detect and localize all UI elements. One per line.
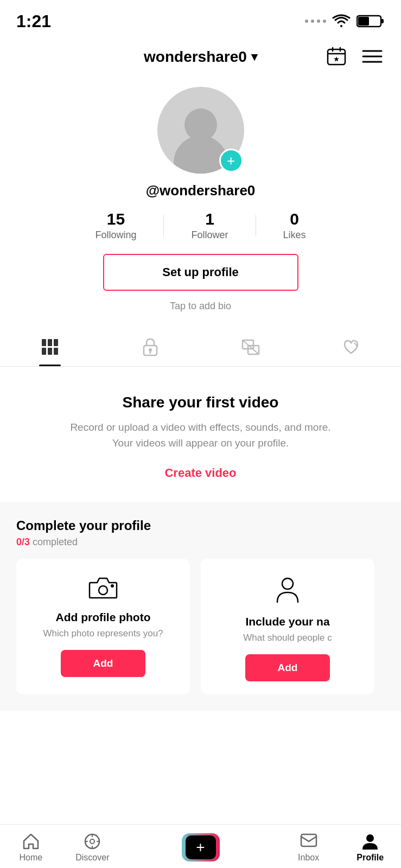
status-bar: 1:21: [0, 0, 401, 38]
nav-home[interactable]: Home: [4, 832, 58, 863]
likes-count: 0: [290, 210, 299, 228]
add-photo-card-title: Add profile photo: [56, 611, 151, 624]
svg-rect-27: [301, 834, 316, 846]
lock-icon: [142, 338, 159, 356]
svg-point-28: [366, 834, 374, 842]
svg-rect-13: [42, 348, 46, 355]
home-icon: [22, 832, 40, 851]
profile-nav-icon: [361, 832, 379, 851]
camera-icon: [88, 575, 118, 602]
share-section: Share your first video Record or upload …: [0, 367, 401, 502]
home-label: Home: [19, 853, 42, 863]
repost-icon: [241, 338, 260, 356]
nav-profile[interactable]: Profile: [343, 832, 397, 863]
nav-inbox[interactable]: Inbox: [282, 832, 336, 863]
create-video-button[interactable]: Create video: [164, 466, 236, 480]
add-avatar-button[interactable]: +: [219, 149, 243, 173]
wifi-icon: [332, 14, 351, 28]
complete-progress: 0/3 completed: [16, 537, 385, 548]
svg-rect-12: [54, 339, 58, 346]
nav-create[interactable]: +: [127, 833, 274, 861]
add-name-button[interactable]: Add: [245, 654, 330, 681]
tab-liked[interactable]: [301, 328, 401, 366]
following-label: Following: [95, 229, 136, 241]
svg-point-22: [99, 586, 107, 595]
add-name-card: Include your na What should people c Add: [201, 559, 374, 694]
tab-repost[interactable]: [201, 328, 301, 366]
share-title: Share your first video: [123, 394, 279, 411]
svg-rect-14: [48, 348, 52, 355]
share-description: Record or upload a video with effects, s…: [65, 420, 336, 451]
nav-discover[interactable]: Discover: [65, 832, 119, 863]
tab-locked[interactable]: [100, 328, 201, 366]
bio-hint[interactable]: Tap to add bio: [170, 301, 231, 312]
profile-section: + @wondershare0 15 Following 1 Follower …: [0, 76, 401, 328]
bottom-nav: Home Discover + Inbox Profile: [0, 824, 401, 868]
follower-stat[interactable]: 1 Follower: [164, 210, 255, 241]
grid-icon: [41, 338, 59, 356]
username-title: wondershare0: [144, 48, 247, 66]
add-photo-card-desc: Which photo represents you?: [43, 628, 163, 639]
profile-label: Profile: [357, 853, 384, 863]
svg-point-23: [111, 584, 114, 588]
calendar-star-icon: [326, 46, 347, 67]
setup-profile-button[interactable]: Set up profile: [103, 254, 298, 291]
tab-videos[interactable]: [0, 328, 100, 366]
person-icon: [275, 575, 300, 607]
add-name-card-title: Include your na: [245, 615, 329, 628]
svg-rect-11: [48, 339, 52, 346]
svg-point-24: [282, 578, 293, 589]
status-time: 1:21: [16, 11, 51, 31]
svg-line-21: [243, 340, 259, 354]
following-count: 15: [107, 210, 125, 228]
discover-label: Discover: [75, 853, 109, 863]
follower-count: 1: [205, 210, 214, 228]
inbox-icon: [300, 832, 318, 851]
add-photo-card: Add profile photo Which photo represents…: [16, 559, 190, 694]
follower-label: Follower: [191, 229, 228, 241]
header: wondershare0 ▾: [0, 38, 401, 76]
complete-profile-section: Complete your profile 0/3 completed Add …: [0, 502, 401, 711]
svg-point-26: [90, 839, 94, 844]
heart-icon: [341, 338, 361, 356]
battery-icon: [357, 14, 385, 29]
status-icons: [305, 14, 385, 29]
complete-title: Complete your profile: [16, 518, 385, 533]
progress-label: completed: [33, 537, 78, 547]
likes-stat[interactable]: 0 Likes: [256, 210, 333, 241]
inbox-label: Inbox: [298, 853, 319, 863]
svg-rect-15: [54, 348, 58, 355]
create-button[interactable]: +: [182, 833, 220, 861]
header-right-icons: [324, 44, 385, 71]
hamburger-icon: [362, 49, 383, 64]
progress-count: 0/3: [16, 537, 30, 547]
menu-button[interactable]: [360, 47, 385, 68]
avatar-body: [174, 136, 228, 174]
following-stat[interactable]: 15 Following: [68, 210, 163, 241]
profile-handle: @wondershare0: [146, 182, 256, 199]
discover-icon: [83, 832, 101, 851]
add-photo-button[interactable]: Add: [61, 650, 146, 677]
likes-label: Likes: [283, 229, 306, 241]
tabs-row: [0, 328, 401, 367]
signal-icon: [305, 20, 326, 23]
profile-cards-row: Add profile photo Which photo represents…: [16, 559, 385, 694]
calendar-icon-button[interactable]: [324, 44, 349, 71]
header-title[interactable]: wondershare0 ▾: [144, 48, 257, 66]
svg-rect-10: [42, 339, 46, 346]
svg-rect-1: [381, 19, 384, 23]
add-name-card-desc: What should people c: [243, 633, 332, 643]
chevron-down-icon: ▾: [251, 50, 257, 64]
create-plus-icon: +: [186, 835, 216, 859]
stats-row: 15 Following 1 Follower 0 Likes: [16, 210, 385, 241]
avatar-container[interactable]: +: [157, 87, 244, 174]
svg-rect-2: [358, 17, 369, 25]
